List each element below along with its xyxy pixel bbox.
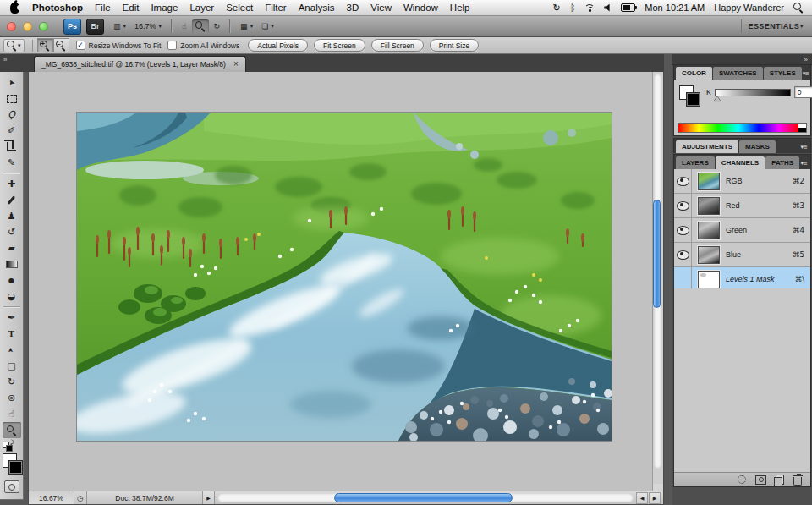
status-options-arrow[interactable]: ▶	[203, 491, 215, 504]
menu-image[interactable]: Image	[151, 3, 178, 13]
zoom-window-button[interactable]	[39, 22, 48, 31]
zoom-in-mode-button[interactable]: +	[37, 38, 53, 52]
panel-menu-icon[interactable]: ▾≡	[803, 70, 812, 80]
vertical-scrollbar[interactable]	[652, 72, 663, 491]
workspace-switcher[interactable]: ESSENTIALS	[741, 19, 804, 33]
minimize-window-button[interactable]	[23, 22, 32, 31]
tools-panel-collapse[interactable]: »	[0, 54, 28, 72]
resize-windows-checkbox[interactable]	[76, 41, 85, 50]
document-size-info[interactable]: Doc: 38.7M/92.6M	[87, 491, 203, 504]
tool-dodge[interactable]: ◒	[3, 288, 21, 305]
volume-icon[interactable]	[604, 4, 612, 12]
tab-channels[interactable]: CHANNELS	[716, 156, 765, 169]
tool-path-selection[interactable]: ➤	[3, 342, 21, 358]
spotlight-icon[interactable]	[793, 3, 804, 13]
visibility-toggle[interactable]	[674, 169, 692, 193]
print-size-button[interactable]: Print Size	[430, 39, 479, 52]
wifi-icon[interactable]	[584, 4, 595, 12]
tab-masks[interactable]: MASKS	[739, 140, 776, 153]
delete-channel-button[interactable]	[793, 477, 802, 486]
channel-row-red[interactable]: Red⌘3	[674, 194, 810, 218]
tool-brush[interactable]	[3, 192, 21, 208]
tool-clone-stamp[interactable]: ♟	[3, 208, 21, 224]
tab-color[interactable]: COLOR	[676, 67, 712, 80]
zoom-level-select[interactable]: 16.7%	[131, 20, 165, 32]
rainbow-ramp[interactable]	[678, 124, 798, 132]
actual-pixels-button[interactable]: Actual Pixels	[248, 39, 308, 52]
menu-select[interactable]: Select	[226, 3, 253, 13]
menu-user[interactable]: Happy Wanderer	[714, 3, 784, 13]
tool-move[interactable]: ➤	[3, 74, 21, 91]
photo-canvas[interactable]	[77, 113, 612, 441]
tool-3d-orbit[interactable]: ⊚	[3, 390, 21, 406]
tool-gradient[interactable]	[3, 256, 21, 272]
apple-menu-icon[interactable]	[10, 3, 19, 14]
tab-adjustments[interactable]: ADJUSTMENTS	[676, 140, 738, 153]
black-white-ramp[interactable]	[798, 124, 806, 132]
close-window-button[interactable]	[7, 22, 16, 31]
tool-lasso[interactable]: Ϙ	[3, 107, 21, 123]
menu-window[interactable]: Window	[403, 3, 438, 13]
tool-eyedropper[interactable]: ✎	[3, 155, 21, 171]
channel-thumbnail[interactable]	[698, 173, 720, 190]
vertical-scroll-thumb[interactable]	[653, 200, 661, 308]
tool-zoom[interactable]	[3, 422, 21, 438]
tool-preset-button[interactable]	[3, 39, 25, 52]
tool-rectangular-marquee[interactable]	[3, 91, 21, 107]
menu-filter[interactable]: Filter	[265, 3, 287, 13]
visibility-toggle[interactable]	[674, 218, 692, 242]
channel-thumbnail[interactable]	[698, 222, 720, 239]
menu-3d[interactable]: 3D	[347, 3, 359, 13]
visibility-toggle[interactable]	[674, 194, 692, 217]
menu-view[interactable]: View	[370, 3, 392, 13]
tab-swatches[interactable]: SWATCHES	[713, 67, 763, 80]
channel-row-green[interactable]: Green⌘4	[674, 218, 810, 243]
toolbar-color-swatches[interactable]	[2, 453, 22, 475]
menu-photoshop[interactable]: Photoshop	[32, 3, 83, 13]
channel-row-rgb[interactable]: RGB⌘2	[674, 169, 810, 194]
menu-analysis[interactable]: Analysis	[299, 3, 335, 13]
hand-tool-button[interactable]: ☝	[178, 20, 189, 32]
zoom-percentage-field[interactable]: 16.67%	[29, 491, 74, 504]
channel-row-blue[interactable]: Blue⌘5	[674, 243, 810, 267]
rotate-view-button[interactable]: ↻	[211, 20, 224, 32]
horizontal-scroll-thumb[interactable]	[334, 493, 513, 502]
tool-3d-rotate[interactable]: ↻	[3, 374, 21, 390]
default-colors-widget[interactable]: ⤸	[3, 442, 13, 452]
panel-menu-icon[interactable]: ▾≡	[801, 160, 810, 169]
menu-help[interactable]: Help	[450, 3, 470, 13]
load-selection-button[interactable]	[738, 475, 746, 484]
tool-pen[interactable]: ✒	[3, 310, 21, 326]
tab-styles[interactable]: STYLES	[764, 67, 802, 80]
save-selection-button[interactable]	[755, 475, 766, 485]
channel-thumbnail[interactable]	[698, 197, 720, 215]
foreground-background-swatches[interactable]	[679, 85, 701, 107]
zoom-all-windows-checkbox[interactable]	[167, 41, 177, 50]
screen-mode-button[interactable]: ❏	[258, 20, 277, 32]
new-channel-button[interactable]	[776, 475, 784, 485]
tool-blur[interactable]: ●	[3, 272, 21, 288]
tool-type[interactable]: T	[3, 326, 21, 342]
tab-paths[interactable]: PATHS	[765, 156, 799, 169]
tab-layers[interactable]: LAYERS	[676, 156, 715, 169]
channel-thumbnail[interactable]	[698, 271, 720, 288]
tool-hand[interactable]: ☝	[3, 406, 21, 422]
panel-menu-icon[interactable]: ▾≡	[801, 144, 810, 153]
launch-bridge-button[interactable]: Br	[86, 19, 104, 35]
bluetooth-icon[interactable]: ᛒ	[570, 3, 576, 13]
sync-icon[interactable]: ↻	[552, 3, 560, 14]
tool-shape[interactable]: ▢	[3, 358, 21, 374]
menu-edit[interactable]: Edit	[123, 3, 140, 13]
battery-icon[interactable]	[621, 3, 635, 12]
tool-crop[interactable]	[3, 139, 21, 155]
menu-layer[interactable]: Layer	[189, 3, 214, 13]
document-tab[interactable]: _MG_6938_stitched.tif @ 16.7% (Levels 1,…	[34, 56, 246, 72]
color-spectrum-ramp[interactable]	[678, 123, 807, 133]
tool-history-brush[interactable]: ↺	[3, 224, 21, 240]
close-document-icon[interactable]: ×	[233, 61, 239, 68]
zoom-out-mode-button[interactable]: –	[53, 38, 69, 52]
k-value-field[interactable]: 0	[794, 86, 812, 98]
quick-mask-button[interactable]	[4, 480, 19, 493]
tool-quick-selection[interactable]: ✐	[3, 123, 21, 139]
k-slider-bar[interactable]	[715, 89, 791, 96]
